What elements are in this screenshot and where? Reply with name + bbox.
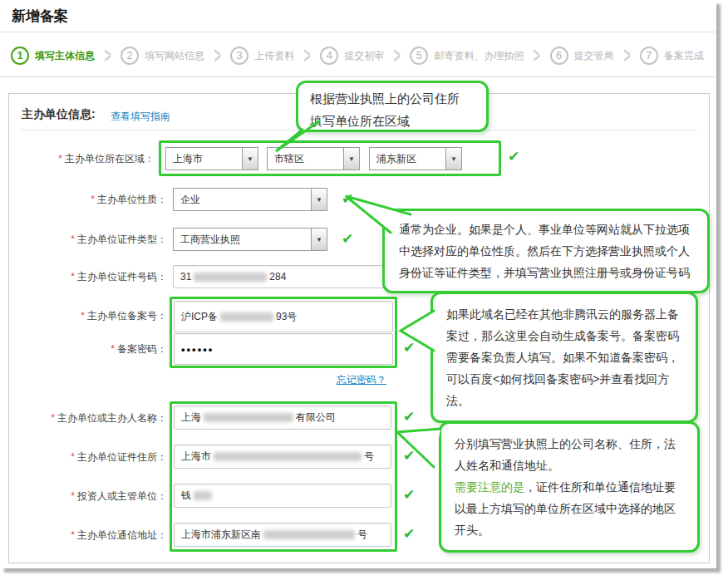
step-label: 邮寄资料、办理拍照 <box>434 49 524 63</box>
step-label: 填写网站信息 <box>145 49 204 63</box>
page: 新增备案 1 填写主体信息 > 2 填写网站信息 > 3 上传资料 > 4 提交… <box>0 0 728 580</box>
step-number: 3 <box>230 47 248 65</box>
redacted-text <box>220 312 273 322</box>
investor-input[interactable]: 钱 <box>174 484 391 508</box>
callout-tail <box>264 108 327 156</box>
divider <box>0 32 716 32</box>
required-asterisk: * <box>111 343 115 355</box>
cert-type-label: *主办单位证件类型： <box>9 228 167 251</box>
filing-tip-callout: 如果此域名已经在其他非腾讯云的服务器上备案过，那么这里会自动生成备案号。备案密码… <box>430 292 698 423</box>
cert-address-input[interactable]: 上海市号 <box>174 445 391 469</box>
address-tip-callout: 分别填写营业执照上的公司名称、住所，法人姓名和通信地址。 需要注意的是，证件住所… <box>439 421 700 553</box>
filing-no-input[interactable]: 沪ICP备93号 <box>174 301 393 332</box>
step-label: 上传资料 <box>254 49 294 63</box>
step-chevron-icon: > <box>304 42 311 70</box>
province-value: 上海市 <box>166 148 242 170</box>
region-label: *主办单位所在区域： <box>9 147 155 170</box>
filing-no-value: 沪ICP备 <box>181 310 218 324</box>
district-select[interactable]: 浦东新区 ▼ <box>369 147 462 170</box>
step-label: 提交管局 <box>574 49 614 63</box>
page-title: 新增备案 <box>12 7 68 26</box>
cert-type-select[interactable]: 工商营业执照 ▼ <box>173 228 327 251</box>
step-label: 填写主体信息 <box>35 49 95 63</box>
province-select[interactable]: 上海市 ▼ <box>165 147 258 170</box>
cert-no-label: *主办单位证件号码： <box>9 265 167 288</box>
investor-value: 钱 <box>181 489 191 503</box>
cert-address-value: 上海市 <box>181 450 211 464</box>
check-icon: ✔ <box>403 487 415 504</box>
required-asterisk: * <box>81 310 85 322</box>
required-asterisk: * <box>71 271 75 283</box>
password-input[interactable]: •••••• <box>174 333 393 365</box>
comm-address-input[interactable]: 上海市浦东新区南号 <box>174 523 391 547</box>
cert-address-label: *主办单位证件住所： <box>9 445 167 469</box>
required-asterisk: * <box>71 490 75 502</box>
address-tip-text: 分别填写营业执照上的公司名称、住所，法人姓名和通信地址。 <box>455 437 676 472</box>
required-asterisk: * <box>58 153 62 165</box>
step-chevron-icon: > <box>104 42 111 70</box>
step-label: 备案完成 <box>664 49 704 63</box>
redacted-text <box>204 413 293 422</box>
forgot-password-link[interactable]: 忘记密码？ <box>337 373 386 387</box>
password-label: *备案密码： <box>9 337 167 361</box>
cert-type-value: 工商营业执照 <box>174 229 311 250</box>
step-1-fill-subject-info: 1 填写主体信息 <box>11 47 95 65</box>
callout-tail <box>336 184 414 238</box>
step-chevron-icon: > <box>394 42 401 70</box>
redacted-text <box>214 452 362 461</box>
required-asterisk: * <box>51 412 55 424</box>
investor-label: *投资人或主管单位： <box>9 484 167 508</box>
step-5-mail-materials-photo: 5 邮寄资料、办理拍照 <box>410 47 524 65</box>
step-chevron-icon: > <box>534 42 540 70</box>
dropdown-arrow-icon[interactable]: ▼ <box>445 148 461 170</box>
required-asterisk: * <box>71 529 75 541</box>
nature-tip-callout: 通常为企业。如果是个人、事业单位等网站就从下拉选项中选择对应的单位性质。然后在下… <box>382 209 710 293</box>
callout-tail <box>389 414 447 475</box>
redacted-text <box>194 491 212 500</box>
redacted-text <box>194 273 267 282</box>
org-name-value: 上海 <box>181 410 201 425</box>
step-number: 7 <box>640 47 658 65</box>
redacted-text <box>263 530 355 539</box>
step-chevron-icon: > <box>214 42 220 70</box>
divider <box>0 76 716 77</box>
org-name-input[interactable]: 上海有限公司 <box>174 406 391 430</box>
step-progress-bar: 1 填写主体信息 > 2 填写网站信息 > 3 上传资料 > 4 提交初审 > … <box>11 44 704 67</box>
check-icon: ✔ <box>403 526 415 543</box>
step-number: 6 <box>550 47 568 65</box>
district-value: 浦东新区 <box>370 148 445 170</box>
dropdown-arrow-icon[interactable]: ▼ <box>311 229 327 250</box>
step-2-fill-website-info: 2 填写网站信息 <box>121 47 204 65</box>
required-asterisk: * <box>71 451 75 463</box>
app-window: 新增备案 1 填写主体信息 > 2 填写网站信息 > 3 上传资料 > 4 提交… <box>0 0 716 568</box>
step-3-upload-materials: 3 上传资料 <box>230 47 294 65</box>
step-number: 4 <box>320 47 338 65</box>
section-title: 主办单位信息: <box>22 107 96 122</box>
dropdown-arrow-icon[interactable]: ▼ <box>311 189 327 210</box>
step-chevron-icon: > <box>623 42 630 70</box>
step-7-filing-complete: 7 备案完成 <box>640 47 704 65</box>
callout-tail <box>394 304 439 357</box>
dropdown-arrow-icon[interactable]: ▼ <box>343 148 359 170</box>
nature-value: 企业 <box>174 189 311 210</box>
nature-label: *主办单位性质： <box>9 188 167 211</box>
view-guide-link[interactable]: 查看填写指南 <box>111 110 170 124</box>
step-6-submit-authority: 6 提交管局 <box>550 47 614 65</box>
comm-address-label: *主办单位通信地址： <box>9 523 167 547</box>
comm-address-value: 上海市浦东新区南 <box>181 528 261 542</box>
step-4-submit-initial-review: 4 提交初审 <box>320 47 384 65</box>
step-number: 2 <box>121 47 139 65</box>
org-name-label: *主办单位或主办人名称： <box>9 406 167 430</box>
step-number: 5 <box>410 47 428 65</box>
required-asterisk: * <box>71 233 75 245</box>
required-asterisk: * <box>91 194 95 205</box>
address-tip-highlight: 需要注意的是 <box>455 480 524 494</box>
cert-no-value: 31 <box>180 271 191 283</box>
filing-no-label: *主办单位备案号： <box>9 304 167 327</box>
password-dots: •••••• <box>181 343 214 356</box>
nature-select[interactable]: 企业 ▼ <box>173 188 327 211</box>
step-label: 提交初审 <box>344 49 384 63</box>
cert-no-input[interactable]: 31284 <box>173 265 386 288</box>
step-number: 1 <box>11 47 29 65</box>
dropdown-arrow-icon[interactable]: ▼ <box>242 148 258 170</box>
